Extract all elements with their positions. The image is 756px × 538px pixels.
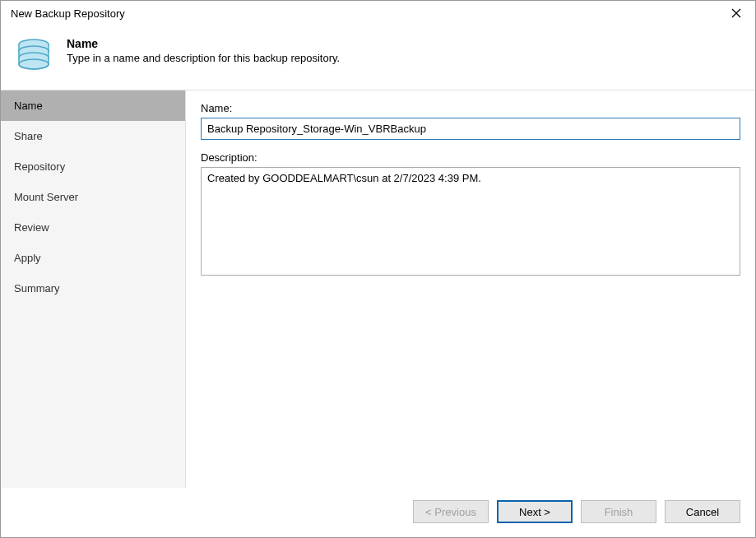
description-label: Description: <box>201 151 740 164</box>
cancel-button[interactable]: Cancel <box>665 500 740 523</box>
sidebar-item-mount-server[interactable]: Mount Server <box>1 182 185 212</box>
titlebar: New Backup Repository <box>1 1 755 26</box>
sidebar-item-repository[interactable]: Repository <box>1 151 185 182</box>
header-title: Name <box>67 37 340 50</box>
wizard-footer: < Previous Next > Finish Cancel <box>1 488 755 536</box>
name-label: Name: <box>201 102 740 114</box>
next-button[interactable]: Next > <box>497 500 573 523</box>
wizard-body: Name Share Repository Mount Server Revie… <box>1 90 755 488</box>
header-text: Name Type in a name and description for … <box>67 35 340 64</box>
wizard-main: Name: Description: <box>186 90 755 488</box>
header-subtitle: Type in a name and description for this … <box>67 52 340 64</box>
sidebar-item-review[interactable]: Review <box>1 212 185 243</box>
sidebar-item-summary[interactable]: Summary <box>1 273 185 304</box>
sidebar-item-share[interactable]: Share <box>1 121 185 151</box>
name-input[interactable] <box>201 118 740 140</box>
sidebar-item-apply[interactable]: Apply <box>1 243 185 273</box>
description-textarea[interactable] <box>201 167 740 276</box>
close-icon <box>731 8 741 18</box>
wizard-sidebar: Name Share Repository Mount Server Revie… <box>1 90 186 488</box>
close-button[interactable] <box>717 1 755 26</box>
finish-button: Finish <box>581 500 656 523</box>
previous-button: < Previous <box>413 500 489 523</box>
sidebar-item-name[interactable]: Name <box>1 90 185 121</box>
window-title: New Backup Repository <box>11 7 125 20</box>
repository-icon <box>14 35 53 75</box>
wizard-header: Name Type in a name and description for … <box>1 26 755 90</box>
